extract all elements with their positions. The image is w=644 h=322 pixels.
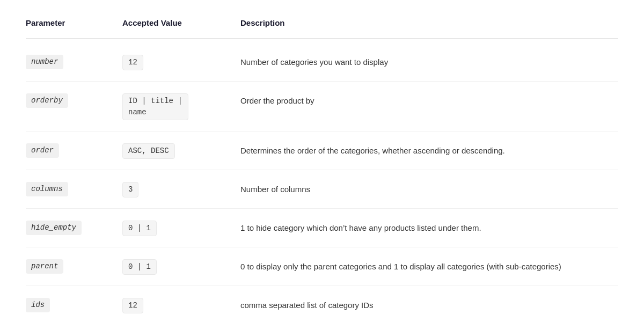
header-accepted-value: Accepted Value xyxy=(122,17,240,30)
param-cell: parent xyxy=(26,258,122,274)
params-table: Parameter Accepted Value Description num… xyxy=(0,0,644,322)
value-badge: ID | title | name xyxy=(122,93,188,120)
param-cell: ids xyxy=(26,297,122,312)
value-cell: ID | title | name xyxy=(122,92,240,120)
param-badge: order xyxy=(26,143,59,158)
table-row: parent 0 | 1 0 to display only the paren… xyxy=(26,247,618,286)
value-cell: 0 | 1 xyxy=(122,258,240,275)
param-badge: hide_empty xyxy=(26,221,82,235)
param-cell: number xyxy=(26,54,122,69)
header-description: Description xyxy=(240,17,618,30)
param-cell: orderby xyxy=(26,92,122,108)
value-cell: 3 xyxy=(122,181,240,197)
table-row: columns 3 Number of columns xyxy=(26,170,618,209)
value-cell: 12 xyxy=(122,54,240,70)
desc-cell: 1 to hide category which don’t have any … xyxy=(240,219,618,235)
desc-cell: Determines the order of the categories, … xyxy=(240,142,618,157)
param-badge: columns xyxy=(26,182,68,196)
value-badge: 12 xyxy=(122,55,143,70)
desc-cell: Order the product by xyxy=(240,92,618,107)
table-row: orderby ID | title | name Order the prod… xyxy=(26,82,618,131)
table-row: order ASC, DESC Determines the order of … xyxy=(26,131,618,170)
desc-cell: comma separated list of category IDs xyxy=(240,297,618,312)
value-badge: 0 | 1 xyxy=(122,221,157,236)
table-body: number 12 Number of categories you want … xyxy=(26,43,618,323)
value-cell: 12 xyxy=(122,297,240,313)
header-parameter: Parameter xyxy=(26,17,122,30)
table-row: ids 12 comma separated list of category … xyxy=(26,286,618,323)
param-badge: orderby xyxy=(26,93,68,108)
table-row: hide_empty 0 | 1 1 to hide category whic… xyxy=(26,209,618,247)
value-cell: ASC, DESC xyxy=(122,142,240,159)
value-badge: 3 xyxy=(122,182,138,197)
param-cell: columns xyxy=(26,181,122,196)
value-badge: ASC, DESC xyxy=(122,143,175,159)
value-badge: 12 xyxy=(122,298,143,313)
param-badge: parent xyxy=(26,259,63,274)
param-cell: hide_empty xyxy=(26,219,122,235)
desc-cell: 0 to display only the parent categories … xyxy=(240,258,618,273)
desc-cell: Number of columns xyxy=(240,181,618,196)
value-badge: 0 | 1 xyxy=(122,259,157,275)
table-header: Parameter Accepted Value Description xyxy=(26,17,618,39)
desc-cell: Number of categories you want to display xyxy=(240,54,618,69)
value-cell: 0 | 1 xyxy=(122,219,240,236)
param-badge: ids xyxy=(26,298,50,312)
param-badge: number xyxy=(26,55,63,69)
table-row: number 12 Number of categories you want … xyxy=(26,43,618,82)
param-cell: order xyxy=(26,142,122,158)
